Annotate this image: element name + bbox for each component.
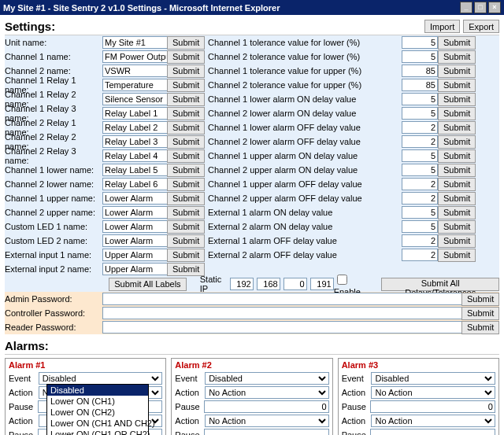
password-input[interactable] bbox=[102, 321, 466, 334]
submit-button[interactable]: Submit bbox=[167, 263, 205, 276]
action-select[interactable]: No Action bbox=[205, 415, 329, 427]
submit-button[interactable]: Submit bbox=[167, 79, 205, 92]
submit-button[interactable]: Submit bbox=[438, 121, 476, 135]
password-input[interactable] bbox=[102, 293, 466, 305]
value-input[interactable] bbox=[402, 192, 438, 205]
submit-button[interactable]: Submit bbox=[438, 135, 476, 149]
ip-seg-2[interactable] bbox=[257, 278, 280, 290]
enable-checkbox[interactable] bbox=[337, 275, 347, 285]
label-input[interactable] bbox=[102, 220, 169, 233]
value-input[interactable] bbox=[402, 50, 438, 63]
value-input[interactable] bbox=[402, 93, 438, 105]
submit-button[interactable]: Submit bbox=[438, 249, 476, 262]
dropdown-option[interactable]: Disabled bbox=[47, 385, 148, 396]
value-input[interactable] bbox=[402, 220, 438, 233]
submit-button[interactable]: Submit bbox=[167, 50, 205, 64]
pause-input[interactable] bbox=[204, 429, 329, 435]
submit-button[interactable]: Submit bbox=[438, 79, 476, 92]
action-select[interactable]: No Action bbox=[371, 386, 495, 399]
submit-button[interactable]: Submit bbox=[461, 321, 499, 334]
label-input[interactable] bbox=[102, 192, 169, 205]
label-input[interactable] bbox=[102, 93, 169, 105]
submit-button[interactable]: Submit bbox=[167, 249, 205, 262]
value-input[interactable] bbox=[402, 65, 438, 77]
submit-all-labels-button[interactable]: Submit All Labels bbox=[109, 278, 186, 291]
submit-button[interactable]: Submit bbox=[438, 149, 476, 163]
submit-all-delays-button[interactable]: Submit All Delays/Tolerances bbox=[381, 278, 499, 291]
label-input[interactable] bbox=[102, 135, 169, 148]
ip-seg-4[interactable] bbox=[310, 278, 334, 290]
export-button[interactable]: Export bbox=[463, 20, 499, 33]
value-input[interactable] bbox=[402, 206, 438, 219]
action-select[interactable]: No Action bbox=[371, 415, 495, 427]
label-input[interactable] bbox=[102, 263, 169, 275]
value-input[interactable] bbox=[402, 36, 438, 49]
value-input[interactable] bbox=[402, 149, 438, 162]
submit-button[interactable]: Submit bbox=[438, 107, 476, 120]
label-input[interactable] bbox=[102, 164, 169, 176]
submit-button[interactable]: Submit bbox=[438, 178, 476, 191]
event-select[interactable]: Disabled bbox=[371, 372, 495, 385]
label-input[interactable] bbox=[102, 107, 169, 120]
value-input[interactable] bbox=[402, 121, 438, 134]
submit-button[interactable]: Submit bbox=[167, 149, 205, 163]
submit-button[interactable]: Submit bbox=[167, 93, 205, 106]
submit-button[interactable]: Submit bbox=[438, 164, 476, 177]
event-select[interactable]: Disabled bbox=[39, 372, 163, 385]
label-input[interactable] bbox=[102, 178, 169, 190]
value-input[interactable] bbox=[402, 178, 438, 190]
submit-button[interactable]: Submit bbox=[438, 220, 476, 234]
label-input[interactable] bbox=[102, 65, 169, 77]
submit-button[interactable]: Submit bbox=[167, 135, 205, 149]
pause-input[interactable] bbox=[370, 429, 495, 435]
label-input[interactable] bbox=[102, 36, 169, 49]
submit-button[interactable]: Submit bbox=[167, 206, 205, 219]
submit-button[interactable]: Submit bbox=[438, 206, 476, 219]
password-input[interactable] bbox=[102, 307, 466, 319]
submit-button[interactable]: Submit bbox=[167, 164, 205, 177]
pause-input[interactable] bbox=[204, 400, 329, 413]
event-dropdown-open[interactable]: DisabledLower ON (CH1)Lower ON (CH2)Lowe… bbox=[46, 384, 149, 435]
submit-button[interactable]: Submit bbox=[438, 192, 476, 205]
label-input[interactable] bbox=[102, 206, 169, 219]
submit-button[interactable]: Submit bbox=[167, 107, 205, 120]
label-input[interactable] bbox=[102, 79, 169, 91]
value-input[interactable] bbox=[402, 234, 438, 247]
value-input[interactable] bbox=[402, 107, 438, 120]
value-input[interactable] bbox=[402, 135, 438, 148]
label-input[interactable] bbox=[102, 149, 169, 162]
import-button[interactable]: Import bbox=[424, 20, 460, 33]
dropdown-option[interactable]: Lower ON (CH2) bbox=[47, 407, 148, 418]
dropdown-option[interactable]: Lower ON (CH1 AND CH2) bbox=[47, 418, 148, 429]
dropdown-option[interactable]: Lower ON (CH1 OR CH2) bbox=[47, 429, 148, 435]
label-input[interactable] bbox=[102, 50, 169, 63]
event-select[interactable]: Disabled bbox=[205, 372, 329, 385]
submit-button[interactable]: Submit bbox=[167, 65, 205, 78]
submit-button[interactable]: Submit bbox=[167, 220, 205, 234]
label-input[interactable] bbox=[102, 234, 169, 247]
submit-button[interactable]: Submit bbox=[438, 93, 476, 106]
ip-seg-3[interactable] bbox=[284, 278, 307, 290]
submit-button[interactable]: Submit bbox=[438, 50, 476, 64]
submit-button[interactable]: Submit bbox=[167, 178, 205, 191]
pause-input[interactable] bbox=[370, 400, 495, 413]
label-input[interactable] bbox=[102, 121, 169, 134]
value-input[interactable] bbox=[402, 249, 438, 261]
label-input[interactable] bbox=[102, 249, 169, 261]
submit-button[interactable]: Submit bbox=[438, 36, 476, 50]
value-input[interactable] bbox=[402, 164, 438, 176]
action-select[interactable]: No Action bbox=[205, 386, 329, 399]
submit-button[interactable]: Submit bbox=[167, 234, 205, 248]
maximize-button[interactable]: □ bbox=[474, 2, 487, 13]
submit-button[interactable]: Submit bbox=[167, 121, 205, 135]
ip-seg-1[interactable] bbox=[230, 278, 254, 290]
submit-button[interactable]: Submit bbox=[438, 65, 476, 78]
submit-button[interactable]: Submit bbox=[461, 307, 499, 320]
submit-button[interactable]: Submit bbox=[167, 192, 205, 205]
submit-button[interactable]: Submit bbox=[438, 234, 476, 248]
submit-button[interactable]: Submit bbox=[167, 36, 205, 50]
value-input[interactable] bbox=[402, 79, 438, 91]
submit-button[interactable]: Submit bbox=[461, 293, 499, 306]
close-button[interactable]: × bbox=[488, 2, 501, 13]
minimize-button[interactable]: _ bbox=[460, 2, 472, 13]
